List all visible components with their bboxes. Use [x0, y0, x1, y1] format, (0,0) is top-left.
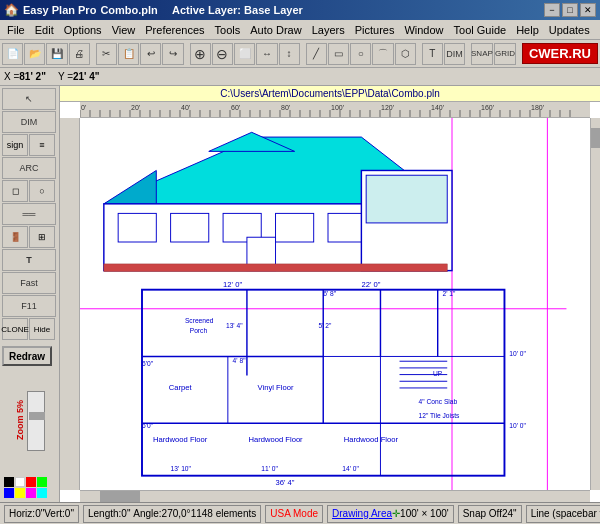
angle-label: Angle:: [133, 508, 161, 519]
shape-tool-button[interactable]: ◻: [2, 180, 28, 202]
copy-button[interactable]: 📋: [118, 43, 139, 65]
svg-rect-79: [104, 264, 447, 272]
svg-text:10' 0": 10' 0": [509, 350, 526, 357]
door-tool-button[interactable]: 🚪: [2, 226, 28, 248]
file-name: Combo.pln: [100, 4, 157, 16]
color-yellow[interactable]: [15, 488, 25, 498]
undo-button[interactable]: ↩: [140, 43, 161, 65]
svg-rect-71: [171, 213, 209, 242]
misc-tool-button[interactable]: ≡: [29, 134, 55, 156]
angle-value: 270,0°: [162, 508, 191, 519]
toolbar: 📄 📂 💾 🖨 ✂ 📋 ↩ ↪ ⊕ ⊖ ⬜ ↔ ↕ ╱ ▭ ○ ⌒ ⬡ T DI…: [0, 40, 600, 68]
text-tool-button[interactable]: T: [422, 43, 443, 65]
mode-status[interactable]: USA Mode: [265, 505, 323, 523]
color-palette: [2, 475, 57, 500]
sign-tool-button[interactable]: sign: [2, 134, 28, 156]
text-tool-button-left[interactable]: T: [2, 249, 56, 271]
menu-toolguide[interactable]: Tool Guide: [449, 22, 512, 38]
horiz-status: Horiz: 0" Vert: 0": [4, 505, 79, 523]
zoom-height-button[interactable]: ↕: [279, 43, 300, 65]
zoom-slider[interactable]: [27, 391, 45, 451]
fast-tool-button[interactable]: Fast: [2, 272, 56, 294]
color-green[interactable]: [37, 477, 47, 487]
menu-view[interactable]: View: [107, 22, 141, 38]
maximize-button[interactable]: □: [562, 3, 578, 17]
svg-text:Hardwood Floor: Hardwood Floor: [248, 435, 303, 444]
svg-text:120': 120': [381, 104, 394, 111]
snap-label: Snap Off: [463, 508, 502, 519]
draw-arc-button[interactable]: ⌒: [372, 43, 393, 65]
drawing-area-status[interactable]: Drawing Area ✛ 100' × 100': [327, 505, 454, 523]
color-cyan[interactable]: [37, 488, 47, 498]
minimize-button[interactable]: −: [544, 3, 560, 17]
arc-tool-button[interactable]: ARC: [2, 157, 56, 179]
scrollbar-bottom[interactable]: [80, 490, 590, 502]
ruler-top: 0'20'40'60'80'100'120'140'160'180': [80, 102, 590, 118]
open-button[interactable]: 📂: [24, 43, 45, 65]
print-button[interactable]: 🖨: [69, 43, 90, 65]
draw-poly-button[interactable]: ⬡: [395, 43, 416, 65]
canvas-area[interactable]: C:\Users\Artem\Documents\EPP\Data\Combo.…: [60, 86, 600, 502]
svg-text:6' 8": 6' 8": [323, 290, 337, 297]
svg-text:140': 140': [431, 104, 444, 111]
close-button[interactable]: ✕: [580, 3, 596, 17]
cut-button[interactable]: ✂: [96, 43, 117, 65]
svg-rect-78: [366, 175, 447, 223]
select-tool-button[interactable]: ↖: [2, 88, 56, 110]
elements-count: 1148 elements: [191, 508, 257, 519]
snap-button[interactable]: SNAP: [471, 43, 493, 65]
window-tool-button[interactable]: ⊞: [29, 226, 55, 248]
y-value: 21' 4": [73, 71, 100, 82]
svg-text:40': 40': [181, 104, 190, 111]
svg-rect-61: [60, 118, 80, 490]
menu-options[interactable]: Options: [59, 22, 107, 38]
color-red[interactable]: [26, 477, 36, 487]
f11-tool-button[interactable]: F11: [2, 295, 56, 317]
new-button[interactable]: 📄: [2, 43, 23, 65]
clone-tool-button[interactable]: CLONE: [2, 318, 28, 340]
dim-tool-button[interactable]: DIM: [2, 111, 56, 133]
svg-text:22' 0": 22' 0": [361, 280, 380, 289]
drawing-canvas[interactable]: 12' 0" 22' 0": [80, 118, 590, 490]
menu-window[interactable]: Window: [399, 22, 448, 38]
wall-tool-button[interactable]: ══: [2, 203, 56, 225]
menu-tools[interactable]: Tools: [210, 22, 246, 38]
color-magenta[interactable]: [26, 488, 36, 498]
menu-edit[interactable]: Edit: [30, 22, 59, 38]
line-status[interactable]: Line (spacebar to change): [526, 505, 600, 523]
hide-tool-button[interactable]: Hide: [29, 318, 55, 340]
svg-text:80': 80': [281, 104, 290, 111]
app-name: Easy Plan Pro: [23, 4, 96, 16]
draw-rect-button[interactable]: ▭: [328, 43, 349, 65]
redo-button[interactable]: ↪: [162, 43, 183, 65]
menu-updates[interactable]: Updates: [544, 22, 595, 38]
draw-line-button[interactable]: ╱: [306, 43, 327, 65]
circle-tool-button[interactable]: ○: [29, 180, 55, 202]
grid-button[interactable]: GRID: [494, 43, 516, 65]
snap-status[interactable]: Snap Off 24": [458, 505, 522, 523]
menu-autodraw[interactable]: Auto Draw: [245, 22, 306, 38]
color-black[interactable]: [4, 477, 14, 487]
main-area: ↖ DIM sign ≡ ARC ◻ ○ ══ 🚪 ⊞ T Fast F11 C…: [0, 86, 600, 502]
menu-pictures[interactable]: Pictures: [350, 22, 400, 38]
dim-button[interactable]: DIM: [444, 43, 465, 65]
color-blue[interactable]: [4, 488, 14, 498]
draw-circle-button[interactable]: ○: [350, 43, 371, 65]
menu-preferences[interactable]: Preferences: [140, 22, 209, 38]
menu-file[interactable]: File: [2, 22, 30, 38]
zoom-width-button[interactable]: ↔: [256, 43, 277, 65]
zoom-fit-button[interactable]: ⬜: [234, 43, 255, 65]
scrollbar-right[interactable]: [590, 118, 600, 490]
menu-bar: File Edit Options View Preferences Tools…: [0, 20, 600, 40]
svg-text:0': 0': [81, 104, 86, 111]
svg-text:160': 160': [481, 104, 494, 111]
color-white[interactable]: [15, 477, 25, 487]
menu-layers[interactable]: Layers: [307, 22, 350, 38]
vert-label: Vert:: [44, 508, 65, 519]
menu-help[interactable]: Help: [511, 22, 544, 38]
save-button[interactable]: 💾: [46, 43, 67, 65]
redraw-button[interactable]: Redraw: [2, 346, 52, 366]
zoom-in-button[interactable]: ⊕: [190, 43, 211, 65]
zoom-out-button[interactable]: ⊖: [212, 43, 233, 65]
zoom-label: Zoom 5%: [15, 400, 25, 440]
